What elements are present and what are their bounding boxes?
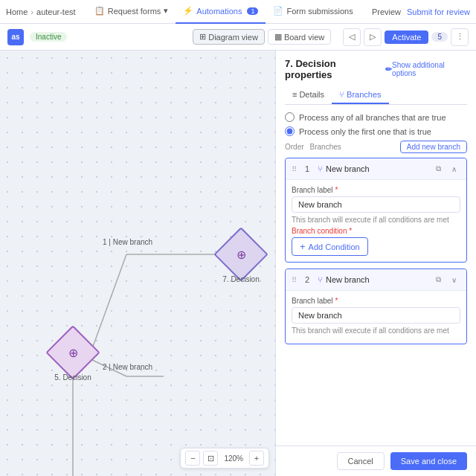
- radio-first[interactable]: [285, 126, 295, 136]
- diamond-icon: ⊕: [68, 346, 78, 360]
- tab-branches[interactable]: ⑂ Branches: [332, 86, 388, 104]
- branch-2-copy-btn[interactable]: ⧉: [431, 273, 445, 286]
- branch-2-description: This branch will execute if all conditio…: [292, 327, 460, 335]
- branch-1-name: New branch: [326, 164, 428, 173]
- branch-label-1: 1 | New branch: [103, 238, 152, 246]
- panel-body: Process any of all branches that are tru…: [276, 105, 476, 446]
- tab-request-forms[interactable]: 📋 Request forms ▾: [87, 0, 176, 24]
- view-toggles: ⊞ Diagram view ▦ Board view: [193, 29, 331, 45]
- zoom-fit-btn[interactable]: ⊡: [203, 451, 218, 466]
- branch-card-2: ⠿ 2 ⑂ New branch ⧉ ∨ Branch label * Th: [285, 268, 467, 344]
- node-label-decision5: 5. Decision: [54, 373, 91, 382]
- canvas[interactable]: ⊕ 5. Decision ⊕ 7. Decision 1 | New bran…: [0, 51, 275, 476]
- automations-icon: ⚡: [183, 6, 193, 16]
- radio-option-any[interactable]: Process any of all branches that are tru…: [285, 112, 467, 122]
- mini-toolbar: − ⊡ 120% +: [180, 448, 269, 469]
- edit-title-btn[interactable]: ✏: [385, 65, 392, 74]
- radio-any[interactable]: [285, 112, 295, 122]
- version-badge: 5: [431, 32, 448, 42]
- tab-form-submissions[interactable]: 📄 Form submissions: [266, 0, 360, 24]
- branch-2-collapse-btn[interactable]: ∨: [447, 273, 460, 286]
- branch-1-label-input[interactable]: [292, 196, 460, 213]
- nav-tabs: 📋 Request forms ▾ ⚡ Automations 1 📄 Form…: [87, 0, 361, 24]
- activate-btn[interactable]: Activate: [385, 30, 428, 44]
- request-forms-icon: 📋: [94, 6, 105, 16]
- branch-2-drag-icon: ⠿: [292, 276, 297, 284]
- top-nav: Home › auteur-test 📋 Request forms ▾ ⚡ A…: [0, 0, 476, 24]
- logo: as: [7, 29, 24, 45]
- submit-review-btn[interactable]: Submit for review: [407, 7, 470, 16]
- add-new-branch-btn[interactable]: Add new branch: [400, 141, 467, 153]
- add-condition-1-btn[interactable]: + Add Condition: [292, 237, 368, 256]
- branch-2-body: Branch label * This branch will execute …: [286, 291, 466, 344]
- auteur-link[interactable]: auteur-test: [36, 7, 76, 16]
- branch-2-label-field-label: Branch label *: [292, 297, 460, 305]
- second-bar: as Inactive ⊞ Diagram view ▦ Board view …: [0, 24, 476, 51]
- panel-header: 7. Decision properties ✏ Show additional…: [276, 51, 476, 105]
- preview-btn[interactable]: Preview: [372, 7, 401, 16]
- diagram-icon: ⊞: [199, 32, 206, 42]
- branch-2-label-input[interactable]: [292, 307, 460, 324]
- branch-1-body: Branch label * This branch will execute …: [286, 180, 466, 262]
- board-icon: ▦: [274, 32, 282, 42]
- zoom-out-btn[interactable]: −: [185, 451, 200, 466]
- save-close-btn[interactable]: Save and close: [390, 452, 467, 470]
- branch-1-actions: ⧉ ∧: [431, 162, 460, 176]
- branch-card-1-header: ⠿ 1 ⑂ New branch ⧉ ∧: [286, 158, 466, 180]
- zoom-level: 120%: [221, 454, 246, 463]
- main-area: ⊕ 5. Decision ⊕ 7. Decision 1 | New bran…: [0, 51, 476, 476]
- branch-2-icon: ⑂: [318, 275, 323, 284]
- branch-1-num: 1: [300, 164, 315, 173]
- breadcrumb: Home › auteur-test: [6, 7, 76, 16]
- cancel-btn[interactable]: Cancel: [337, 452, 385, 470]
- branch-1-condition-label: Branch condition *: [292, 227, 460, 235]
- logo-icon: as: [7, 29, 24, 45]
- zoom-in-btn[interactable]: +: [249, 451, 264, 466]
- home-link[interactable]: Home: [6, 7, 28, 16]
- tab-details[interactable]: ≡ Details: [285, 86, 332, 104]
- panel-footer: Cancel Save and close: [276, 446, 476, 476]
- node-decision7[interactable]: ⊕ 7. Decision: [222, 235, 260, 274]
- branches-tab-icon: ⑂: [339, 90, 344, 99]
- bar-right: ◁ ▷ Activate 5 ⋮: [343, 28, 469, 46]
- branches-col-label: Branches: [304, 143, 400, 151]
- diagram-view-btn[interactable]: ⊞ Diagram view: [193, 29, 265, 45]
- diamond-icon2: ⊕: [237, 248, 246, 262]
- branch-label-field-label: Branch label *: [292, 186, 460, 194]
- redo-btn[interactable]: ▷: [364, 28, 382, 46]
- show-additional-btn[interactable]: Show additional options: [392, 61, 467, 77]
- form-submissions-icon: 📄: [273, 6, 283, 16]
- branch-1-drag-icon: ⠿: [292, 165, 297, 173]
- details-tab-icon: ≡: [292, 90, 297, 99]
- branch-1-description: This branch will execute if all conditio…: [292, 216, 460, 224]
- node-decision5[interactable]: ⊕ 5. Decision: [54, 333, 92, 372]
- plus-icon-1: +: [300, 241, 306, 252]
- branches-header: Order Branches Add new branch: [285, 141, 467, 153]
- right-panel: 7. Decision properties ✏ Show additional…: [275, 51, 476, 476]
- status-badge: Inactive: [30, 32, 67, 42]
- order-col-label: Order: [285, 143, 304, 151]
- branch-1-copy-btn[interactable]: ⧉: [431, 162, 445, 176]
- branch-2-name: New branch: [326, 275, 428, 284]
- panel-title: 7. Decision properties ✏: [285, 58, 392, 80]
- board-view-btn[interactable]: ▦ Board view: [268, 29, 331, 45]
- menu-btn[interactable]: ⋮: [451, 28, 469, 46]
- branch-card-2-header: ⠿ 2 ⑂ New branch ⧉ ∨: [286, 269, 466, 291]
- branch-1-icon: ⑂: [318, 164, 323, 173]
- branch-1-collapse-btn[interactable]: ∧: [447, 162, 460, 176]
- branch-2-num: 2: [300, 275, 315, 284]
- node-label-decision7: 7. Decision: [222, 275, 259, 283]
- nav-right: Preview Submit for review: [372, 7, 470, 16]
- undo-btn[interactable]: ◁: [343, 28, 361, 46]
- branch-label-2: 2 | New branch: [103, 363, 152, 371]
- panel-tabs: ≡ Details ⑂ Branches: [285, 86, 467, 105]
- branch-2-actions: ⧉ ∨: [431, 273, 460, 286]
- branch-card-1: ⠿ 1 ⑂ New branch ⧉ ∧ Branch label * Th: [285, 158, 467, 263]
- radio-option-first[interactable]: Process only the first one that is true: [285, 126, 467, 136]
- tab-automations[interactable]: ⚡ Automations 1: [176, 0, 266, 24]
- automations-badge: 1: [247, 7, 258, 15]
